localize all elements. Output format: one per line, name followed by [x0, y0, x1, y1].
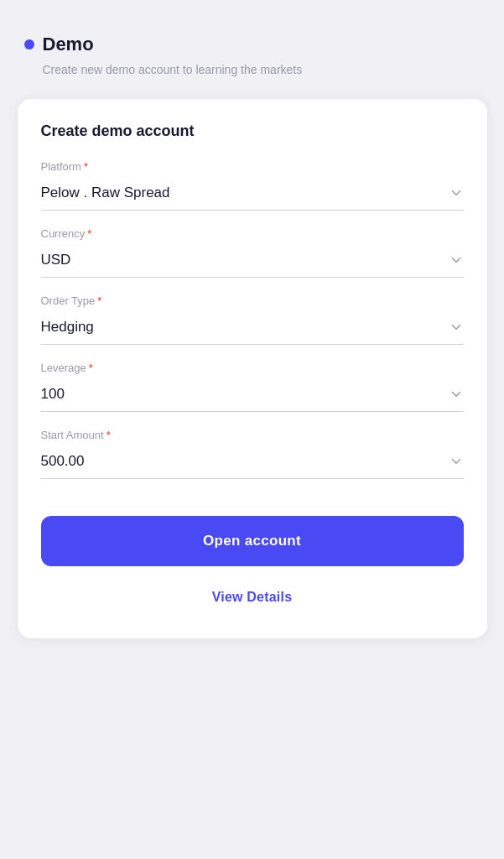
- create-demo-account-card: Create demo account Platform * Pelow . R…: [18, 99, 487, 638]
- order-type-required-star: *: [97, 294, 101, 307]
- view-details-button[interactable]: View Details: [41, 583, 464, 612]
- platform-field-group: Platform * Pelow . Raw Spread: [41, 160, 464, 211]
- start-amount-label: Start Amount *: [41, 429, 464, 441]
- order-type-value: Hedging: [41, 319, 94, 336]
- currency-select[interactable]: USD: [41, 247, 464, 278]
- order-type-select[interactable]: Hedging: [41, 314, 464, 345]
- leverage-required-star: *: [89, 362, 93, 374]
- platform-label: Platform *: [41, 160, 464, 173]
- order-type-field-group: Order Type * Hedging: [41, 294, 464, 345]
- currency-chevron-icon: [449, 252, 464, 268]
- leverage-label: Leverage *: [41, 362, 464, 374]
- leverage-select[interactable]: 100: [41, 381, 464, 412]
- platform-value: Pelow . Raw Spread: [41, 185, 170, 201]
- start-amount-required-star: *: [107, 429, 111, 441]
- leverage-field-group: Leverage * 100: [41, 362, 464, 412]
- start-amount-field-group: Start Amount * 500.00: [41, 429, 464, 479]
- order-type-chevron-icon: [449, 320, 464, 335]
- currency-field-group: Currency * USD: [41, 227, 464, 278]
- leverage-value: 100: [41, 386, 65, 403]
- order-type-label: Order Type *: [41, 294, 464, 307]
- platform-required-star: *: [84, 160, 88, 173]
- header-section: Demo Create new demo account to learning…: [18, 34, 487, 99]
- header-title-row: Demo: [24, 34, 481, 55]
- start-amount-select[interactable]: 500.00: [41, 448, 464, 479]
- currency-required-star: *: [87, 227, 91, 240]
- demo-dot-icon: [24, 39, 34, 49]
- start-amount-value: 500.00: [41, 453, 85, 470]
- currency-label: Currency *: [41, 227, 464, 240]
- header-title: Demo: [43, 34, 94, 55]
- leverage-chevron-icon: [449, 387, 464, 402]
- open-account-button[interactable]: Open account: [41, 516, 464, 566]
- platform-select[interactable]: Pelow . Raw Spread: [41, 180, 464, 211]
- card-title: Create demo account: [41, 122, 464, 140]
- header-subtitle: Create new demo account to learning the …: [24, 62, 481, 79]
- start-amount-chevron-icon: [449, 454, 464, 469]
- platform-chevron-icon: [449, 185, 464, 200]
- currency-value: USD: [41, 252, 71, 268]
